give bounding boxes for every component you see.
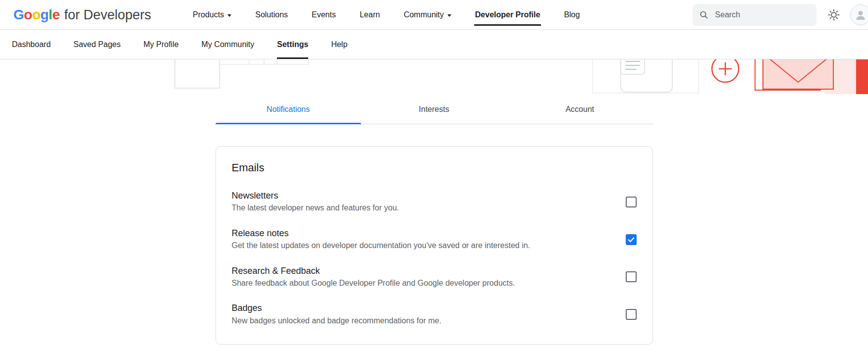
search-box[interactable] (693, 4, 816, 26)
settings-tabs: Notifications Interests Account (216, 98, 653, 124)
nav-item-learn[interactable]: Learn (360, 0, 380, 29)
red-accent-bar (856, 59, 868, 94)
setting-description: New badges unlocked and badge recommenda… (232, 315, 441, 326)
logo-google-text: Google (13, 7, 59, 23)
nav-item-community[interactable]: Community (404, 0, 451, 29)
checkbox-newsletters[interactable] (626, 197, 637, 207)
setting-label: Release notes (232, 228, 531, 239)
tab-label: Notifications (267, 105, 310, 113)
setting-label: Newsletters (232, 190, 399, 202)
main-nav: Products Solutions Events Learn Communit… (193, 0, 580, 29)
emails-card: Emails Newsletters The latest developer … (216, 146, 653, 345)
sun-icon (827, 8, 840, 21)
header: Google for Developers Products Solutions… (0, 0, 868, 30)
nav-item-label: Products (193, 10, 224, 19)
setting-text: Newsletters The latest developer news an… (232, 190, 399, 214)
setting-description: Get the latest updates on developer docu… (232, 240, 531, 251)
email-setting-row-research-feedback: Research & Feedback Share feedback about… (232, 265, 637, 289)
email-setting-row-badges: Badges New badges unlocked and badge rec… (232, 303, 637, 326)
subnav-item-help[interactable]: Help (331, 30, 347, 59)
envelope-icon (755, 59, 833, 90)
subnav-item-my-community[interactable]: My Community (202, 30, 255, 59)
checkbox-research-feedback[interactable] (626, 271, 637, 282)
card-decoration (593, 59, 699, 93)
theme-toggle-button[interactable] (827, 8, 840, 21)
subnav-item-label: My Community (202, 40, 255, 49)
logo-letter: e (52, 7, 59, 22)
subnav-item-dashboard[interactable]: Dashboard (12, 30, 51, 59)
nav-item-label: Developer Profile (475, 10, 541, 19)
nav-item-label: Events (312, 10, 336, 19)
person-icon (854, 8, 867, 21)
nav-item-solutions[interactable]: Solutions (255, 0, 288, 29)
subnav: Dashboard Saved Pages My Profile My Comm… (0, 30, 868, 59)
nav-item-products[interactable]: Products (193, 0, 231, 29)
card-title: Emails (232, 161, 637, 174)
setting-description: Share feedback about Google Developer Pr… (232, 278, 515, 289)
subnav-item-label: Help (331, 40, 347, 49)
nav-item-label: Solutions (255, 10, 288, 19)
subnav-item-label: Dashboard (12, 40, 51, 49)
email-setting-row-newsletters: Newsletters The latest developer news an… (232, 190, 637, 214)
subnav-item-label: My Profile (143, 40, 178, 49)
logo-letter: g (41, 7, 49, 22)
setting-description: The latest developer news and features f… (232, 203, 399, 213)
plus-circle-icon (712, 59, 739, 82)
setting-label: Badges (232, 303, 441, 314)
search-input[interactable] (714, 10, 810, 20)
grid-decoration (175, 59, 309, 88)
tab-notifications[interactable]: Notifications (216, 98, 361, 124)
checkbox-release-notes[interactable] (626, 234, 637, 245)
logo-letter: o (24, 7, 32, 22)
subnav-item-settings[interactable]: Settings (277, 30, 308, 59)
chevron-down-icon (227, 14, 231, 17)
logo-letter: o (32, 7, 41, 22)
logo-letter: G (13, 7, 24, 22)
setting-text: Research & Feedback Share feedback about… (232, 265, 515, 289)
nav-item-events[interactable]: Events (312, 0, 336, 29)
subnav-item-label: Saved Pages (73, 40, 120, 49)
logo-suffix-text: for Developers (64, 7, 151, 23)
search-icon (700, 10, 708, 20)
subnav-item-saved-pages[interactable]: Saved Pages (73, 30, 120, 59)
google-developers-logo[interactable]: Google for Developers (13, 7, 151, 23)
setting-text: Badges New badges unlocked and badge rec… (232, 303, 441, 326)
avatar[interactable] (850, 4, 868, 25)
nav-item-label: Learn (360, 10, 380, 19)
nav-item-developer-profile[interactable]: Developer Profile (475, 0, 541, 29)
hero-banner (0, 59, 868, 94)
subnav-item-my-profile[interactable]: My Profile (143, 30, 178, 59)
checkbox-badges[interactable] (626, 309, 637, 320)
setting-label: Research & Feedback (232, 265, 515, 277)
subnav-item-label: Settings (277, 40, 308, 49)
nav-item-label: Blog (564, 10, 580, 19)
check-icon (627, 236, 635, 244)
tab-label: Account (565, 105, 594, 113)
setting-text: Release notes Get the latest updates on … (232, 228, 531, 252)
settings-content: Notifications Interests Account Emails N… (216, 98, 653, 345)
tab-label: Interests (419, 105, 449, 113)
chevron-down-icon (447, 14, 451, 17)
email-setting-row-release-notes: Release notes Get the latest updates on … (232, 228, 637, 252)
nav-item-label: Community (404, 10, 444, 19)
tab-interests[interactable]: Interests (361, 98, 507, 124)
nav-item-blog[interactable]: Blog (564, 0, 580, 29)
tab-account[interactable]: Account (507, 98, 652, 124)
banner-decoration (0, 59, 868, 94)
